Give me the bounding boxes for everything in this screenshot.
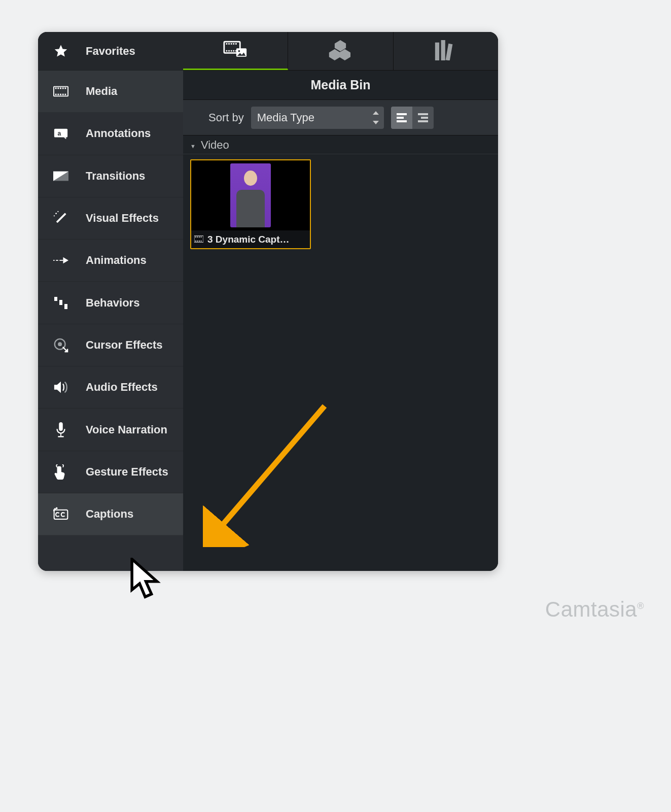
svg-rect-58 bbox=[199, 236, 200, 238]
svg-rect-20 bbox=[59, 260, 63, 261]
section-label: Video bbox=[201, 139, 229, 152]
svg-rect-50 bbox=[397, 117, 404, 119]
cursor-target-icon bbox=[49, 337, 73, 353]
watermark: Camtasia® bbox=[545, 597, 644, 622]
svg-rect-63 bbox=[201, 241, 202, 242]
cc-icon bbox=[49, 506, 73, 522]
assets-tab-icon bbox=[328, 40, 352, 62]
svg-rect-39 bbox=[226, 50, 228, 52]
svg-rect-9 bbox=[62, 94, 64, 95]
svg-rect-59 bbox=[201, 236, 202, 238]
sidebar-item-label: Gesture Effects bbox=[86, 465, 168, 479]
svg-rect-27 bbox=[60, 433, 61, 436]
tab-library[interactable] bbox=[394, 32, 498, 70]
svg-rect-60 bbox=[195, 241, 196, 242]
sidebar-item-transitions[interactable]: Transitions bbox=[38, 155, 183, 197]
library-tab-icon bbox=[434, 40, 458, 62]
svg-rect-5 bbox=[65, 88, 66, 89]
sidebar-item-label: Animations bbox=[86, 254, 147, 267]
sidebar-item-gesture-effects[interactable]: Gesture Effects bbox=[38, 451, 183, 493]
svg-rect-10 bbox=[65, 94, 66, 95]
sidebar-item-label: Cursor Effects bbox=[86, 339, 163, 352]
svg-rect-37 bbox=[233, 43, 235, 45]
svg-point-16 bbox=[57, 211, 58, 212]
svg-rect-18 bbox=[53, 260, 55, 261]
sort-label: Sort by bbox=[208, 111, 244, 124]
svg-rect-28 bbox=[58, 436, 63, 437]
media-clip[interactable]: 3 Dynamic Capt… bbox=[190, 159, 311, 249]
sidebar-item-media[interactable]: Media bbox=[38, 71, 183, 113]
svg-rect-21 bbox=[54, 297, 57, 301]
svg-rect-19 bbox=[56, 260, 58, 261]
view-grid-option[interactable] bbox=[391, 107, 412, 129]
sidebar: Favorites Media a Annotations Transition… bbox=[38, 32, 183, 571]
view-toggle[interactable] bbox=[391, 107, 434, 129]
svg-rect-54 bbox=[418, 120, 428, 122]
svg-rect-34 bbox=[226, 43, 228, 45]
star-icon bbox=[49, 44, 73, 59]
svg-rect-57 bbox=[197, 236, 198, 238]
panel-title: Media Bin bbox=[183, 71, 498, 100]
sidebar-item-audio-effects[interactable]: Audio Effects bbox=[38, 366, 183, 409]
svg-point-45 bbox=[238, 50, 240, 52]
sidebar-item-animations[interactable]: Animations bbox=[38, 240, 183, 282]
section-header-video[interactable]: ▼ Video bbox=[183, 136, 498, 154]
tab-media-bin[interactable] bbox=[183, 32, 288, 70]
sidebar-item-label: Favorites bbox=[86, 45, 135, 58]
annotation-icon: a bbox=[49, 126, 73, 141]
app-window: Favorites Media a Annotations Transition… bbox=[38, 32, 498, 571]
sidebar-item-label: Annotations bbox=[86, 127, 151, 140]
sidebar-item-behaviors[interactable]: Behaviors bbox=[38, 282, 183, 324]
sidebar-item-favorites[interactable]: Favorites bbox=[38, 32, 183, 71]
sidebar-item-captions[interactable]: Captions bbox=[38, 493, 183, 535]
sort-bar: Sort by Media Type bbox=[183, 100, 498, 136]
sidebar-item-voice-narration[interactable]: Voice Narration bbox=[38, 409, 183, 451]
arrow-right-icon bbox=[49, 253, 73, 268]
svg-rect-41 bbox=[231, 50, 232, 52]
clip-name: 3 Dynamic Capt… bbox=[207, 234, 290, 245]
svg-rect-7 bbox=[57, 94, 59, 95]
svg-point-15 bbox=[55, 213, 57, 214]
svg-rect-46 bbox=[435, 42, 439, 60]
collapse-triangle-icon: ▼ bbox=[190, 143, 196, 149]
sidebar-item-label: Captions bbox=[86, 507, 133, 521]
svg-rect-2 bbox=[57, 88, 59, 89]
svg-rect-3 bbox=[60, 88, 61, 89]
svg-point-17 bbox=[54, 215, 55, 216]
media-icon bbox=[49, 84, 73, 99]
svg-rect-53 bbox=[421, 117, 428, 119]
svg-rect-52 bbox=[418, 113, 428, 115]
svg-rect-49 bbox=[397, 113, 407, 115]
sort-dropdown[interactable]: Media Type bbox=[251, 107, 384, 129]
panel-tabs bbox=[183, 32, 498, 71]
svg-rect-6 bbox=[55, 94, 57, 95]
svg-rect-22 bbox=[59, 300, 62, 305]
svg-rect-56 bbox=[195, 236, 196, 238]
svg-text:a: a bbox=[57, 130, 61, 137]
svg-rect-62 bbox=[199, 241, 200, 242]
bars-icon bbox=[49, 295, 73, 311]
svg-rect-35 bbox=[228, 43, 230, 45]
clip-footer: 3 Dynamic Capt… bbox=[191, 230, 310, 248]
svg-point-32 bbox=[53, 510, 54, 511]
microphone-icon bbox=[49, 422, 73, 437]
svg-rect-1 bbox=[55, 88, 57, 89]
tap-icon bbox=[49, 464, 73, 480]
svg-point-31 bbox=[56, 508, 57, 509]
transition-icon bbox=[49, 168, 73, 184]
sort-value: Media Type bbox=[257, 111, 314, 124]
sidebar-item-label: Behaviors bbox=[86, 296, 139, 310]
sidebar-item-visual-effects[interactable]: Visual Effects bbox=[38, 197, 183, 240]
wand-icon bbox=[49, 211, 73, 226]
main-panel: Media Bin Sort by Media Type ▼ Video bbox=[183, 32, 498, 571]
svg-rect-36 bbox=[231, 43, 232, 45]
tab-assets[interactable] bbox=[288, 32, 393, 70]
svg-rect-42 bbox=[233, 50, 235, 52]
sidebar-item-label: Transitions bbox=[86, 170, 145, 183]
svg-rect-48 bbox=[445, 43, 452, 60]
svg-rect-47 bbox=[441, 40, 445, 60]
view-list-option[interactable] bbox=[412, 107, 434, 129]
sidebar-item-annotations[interactable]: a Annotations bbox=[38, 113, 183, 155]
sidebar-item-cursor-effects[interactable]: Cursor Effects bbox=[38, 324, 183, 366]
svg-point-25 bbox=[58, 343, 61, 346]
